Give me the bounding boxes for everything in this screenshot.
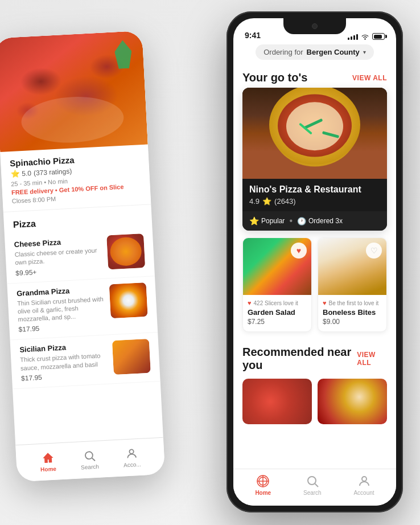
front-nav-search[interactable]: Search	[303, 474, 322, 496]
back-item-price-2: $17.95	[18, 321, 106, 334]
svg-point-7	[308, 477, 316, 485]
front-home-icon	[256, 474, 270, 488]
featured-restaurant-card[interactable]: Nino's Pizza & Restaurant 4.9 ⭐ (2643) ⭐…	[242, 88, 387, 231]
bites-name: Boneless Bites	[323, 308, 382, 317]
back-hero-image	[0, 31, 148, 152]
front-screen: 9:41 Ordering for Bergen Co	[233, 18, 396, 506]
back-restaurant-card: Spinachio Pizza ⭐ 5.0 (373 ratings) 25 -…	[0, 144, 151, 212]
gotos-view-all[interactable]: VIEW ALL	[352, 74, 387, 82]
front-nav-home[interactable]: Home	[255, 474, 271, 496]
salad-price: $7.25	[248, 318, 307, 326]
back-account-icon	[125, 447, 138, 460]
svg-point-9	[362, 477, 367, 481]
item-image-bites: ♡	[318, 238, 386, 295]
clock-icon: 🕐	[297, 217, 306, 225]
signal-bars	[348, 33, 358, 40]
recommended-view-all[interactable]: VIEW ALL	[357, 351, 387, 367]
signal-bar-2	[351, 36, 352, 40]
pizza-thumb-1	[106, 233, 145, 269]
back-search-icon	[83, 449, 96, 462]
front-account-icon	[357, 474, 371, 488]
bites-loves-text: Be the first to love it	[329, 300, 379, 306]
back-reviews: (373 ratings)	[34, 167, 72, 177]
back-item-info-3: Sicilian Pizza Thick crust pizza with to…	[19, 341, 114, 383]
pizza-thumb-3	[112, 339, 151, 375]
status-time: 9:41	[245, 31, 261, 40]
svg-point-2	[129, 449, 134, 454]
status-icons	[348, 33, 385, 40]
gotos-title: Your go to's	[242, 71, 307, 84]
recommended-section: Recommended near you VIEW ALL	[233, 339, 396, 433]
back-nav-home[interactable]: Home	[40, 452, 57, 473]
back-item-img-1	[106, 233, 145, 269]
bites-heart-button[interactable]: ♡	[366, 243, 382, 259]
front-bottom-nav: Home Search Account	[233, 469, 396, 506]
location-pill[interactable]: Ordering for Bergen County ▾	[256, 44, 374, 60]
featured-info: Nino's Pizza & Restaurant 4.9 ⭐ (2643)	[242, 179, 387, 211]
location-name: Bergen County	[307, 48, 360, 56]
heart-empty-icon: ♡	[370, 246, 378, 255]
pizza-thumb-2	[109, 282, 148, 318]
back-delivery-time: 25 - 35 min	[11, 179, 43, 187]
salad-info: ♥ 422 Slicers love it Garden Salad $7.25	[243, 295, 311, 331]
recommended-images	[233, 375, 396, 428]
location-prefix: Ordering for	[263, 48, 303, 56]
back-nav-search[interactable]: Search	[80, 449, 100, 471]
item-image-salad: ♥	[243, 238, 311, 295]
star-icon: ⭐	[10, 169, 20, 178]
back-menu-item-3: Sicilian Pizza Thick crust pizza with to…	[10, 333, 160, 389]
signal-bar-3	[353, 35, 355, 40]
plate-decoration	[20, 95, 125, 145]
salad-loves-text: 422 Slicers love it	[254, 300, 298, 306]
gotos-section-header: Your go to's VIEW ALL	[233, 64, 396, 88]
signal-bar-1	[348, 38, 349, 40]
back-item-price-3: $17.95	[21, 370, 109, 383]
back-item-img-2	[109, 282, 148, 318]
back-nav-home-label: Home	[40, 466, 56, 473]
featured-pizza-image	[242, 88, 387, 179]
featured-rating-value: 4.9	[249, 197, 260, 206]
heart-filled-icon: ♥	[297, 246, 301, 255]
featured-rating-row: 4.9 ⭐ (2643)	[249, 197, 380, 206]
back-bottom-nav: Home Search Acco...	[15, 437, 165, 482]
screen-content[interactable]: Your go to's VIEW ALL	[233, 64, 396, 467]
badge-ordered: 🕐 Ordered 3x	[297, 217, 343, 225]
front-nav-account-label: Account	[353, 490, 374, 496]
camera	[312, 23, 318, 29]
items-row: ♥ ♥ 422 Slicers love it Garden Salad $7.…	[233, 237, 396, 339]
phone-back: Spinachio Pizza ⭐ 5.0 (373 ratings) 25 -…	[0, 31, 165, 482]
svg-line-8	[315, 484, 318, 487]
back-item-info-1: Cheese Pizza Classic cheese or create yo…	[14, 235, 108, 277]
back-min-order: • No min	[44, 178, 68, 186]
back-nav-account[interactable]: Acco...	[122, 447, 141, 469]
back-nav-search-label: Search	[81, 464, 99, 471]
recommended-title: Recommended near you	[242, 346, 357, 372]
back-item-desc-1: Classic cheese or create your own pizza.	[14, 246, 102, 267]
front-nav-account[interactable]: Account	[353, 474, 374, 496]
back-home-icon	[41, 452, 54, 465]
back-item-desc-2: Thin Sicilian crust brushed with olive o…	[17, 294, 105, 323]
rec-image-2[interactable]	[318, 379, 387, 424]
bites-loves: ♥ Be the first to love it	[323, 300, 382, 306]
back-menu-item-2: Grandma Pizza Thin Sicilian crust brushe…	[7, 276, 158, 341]
back-item-info-2: Grandma Pizza Thin Sicilian crust brushe…	[17, 284, 112, 334]
phone-back-screen: Spinachio Pizza ⭐ 5.0 (373 ratings) 25 -…	[0, 31, 165, 482]
back-item-desc-3: Thick crust pizza with tomato sauce, moz…	[20, 351, 108, 372]
notch	[283, 18, 346, 34]
signal-bar-4	[356, 34, 358, 40]
phone-front: 9:41 Ordering for Bergen Co	[227, 11, 403, 512]
back-menu-item-1: Cheese Pizza Classic cheese or create yo…	[5, 227, 155, 284]
salad-name: Garden Salad	[248, 308, 307, 317]
front-search-icon	[306, 474, 319, 488]
rec-image-1[interactable]	[242, 379, 312, 424]
salad-heart-button[interactable]: ♥	[291, 243, 307, 259]
battery-icon	[372, 33, 385, 40]
item-card-bites[interactable]: ♡ ♥ Be the first to love it Boneless Bit…	[318, 237, 387, 332]
back-item-price-1: $9.95+	[15, 265, 103, 277]
loves-heart-icon: ♥	[248, 300, 252, 306]
item-card-salad[interactable]: ♥ ♥ 422 Slicers love it Garden Salad $7.…	[242, 237, 312, 332]
featured-star-icon: ⭐	[262, 197, 271, 206]
bites-loves-heart-icon: ♥	[323, 300, 327, 306]
front-nav-search-label: Search	[303, 490, 322, 496]
featured-restaurant-name: Nino's Pizza & Restaurant	[249, 184, 380, 195]
